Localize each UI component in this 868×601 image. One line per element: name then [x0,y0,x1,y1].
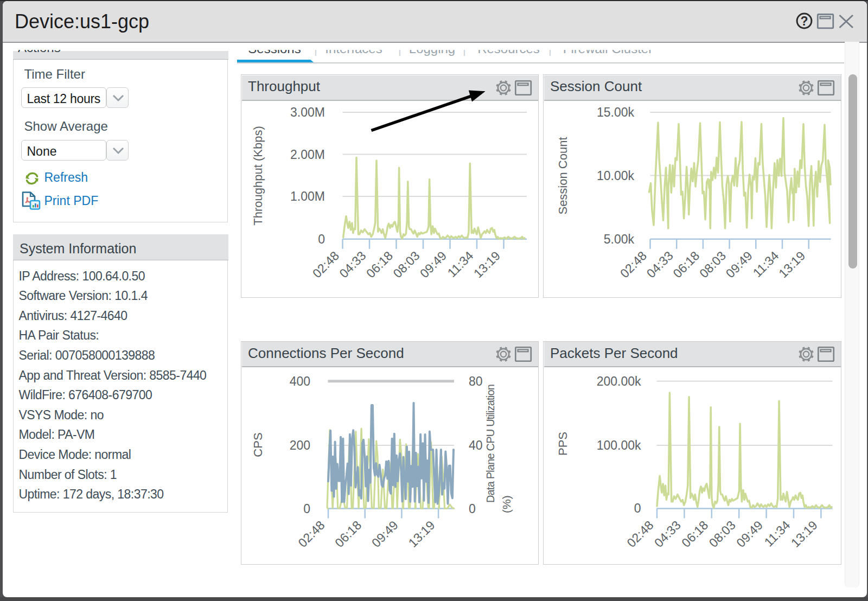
svg-text:15.00k: 15.00k [597,105,635,119]
svg-text:08:03: 08:03 [706,518,738,550]
svg-text:0: 0 [469,502,476,516]
svg-text:Throughput (Kbps): Throughput (Kbps) [251,126,265,225]
svg-text:02:48: 02:48 [617,248,649,280]
svg-text:5.00k: 5.00k [604,232,635,246]
svg-text:100.00k: 100.00k [597,438,641,452]
svg-text:13:19: 13:19 [776,248,808,280]
svg-text:13:19: 13:19 [406,518,438,550]
svg-text:08:03: 08:03 [697,248,729,280]
svg-text:13:19: 13:19 [471,248,503,280]
svg-text:200: 200 [290,438,310,452]
svg-text:2.00M: 2.00M [290,148,325,162]
svg-text:13:19: 13:19 [788,518,820,550]
svg-text:02:48: 02:48 [310,248,342,280]
svg-text:04:33: 04:33 [336,248,368,280]
svg-text:CPS: CPS [251,432,265,457]
svg-text:08:03: 08:03 [390,248,422,280]
svg-text:09:49: 09:49 [723,248,755,280]
svg-text:06:18: 06:18 [332,518,364,550]
svg-text:(%): (%) [500,495,513,513]
svg-text:Data Plane CPU Utilization: Data Plane CPU Utilization [484,385,496,503]
svg-text:11:34: 11:34 [750,248,782,280]
svg-text:80: 80 [469,374,483,388]
svg-text:06:18: 06:18 [679,518,711,550]
svg-text:PPS: PPS [556,432,570,456]
svg-text:09:49: 09:49 [417,248,449,280]
svg-text:02:48: 02:48 [295,518,327,550]
svg-text:09:49: 09:49 [369,518,401,550]
svg-text:3.00M: 3.00M [290,105,325,119]
svg-text:200.00k: 200.00k [597,374,641,388]
svg-text:02:48: 02:48 [624,518,656,550]
svg-text:09:49: 09:49 [733,518,765,550]
svg-text:04:33: 04:33 [652,518,684,550]
svg-text:11:34: 11:34 [445,248,476,280]
svg-text:40: 40 [469,438,483,452]
svg-text:11:34: 11:34 [762,518,793,549]
svg-text:0: 0 [318,232,325,246]
svg-text:0: 0 [634,501,641,515]
svg-text:06:18: 06:18 [670,248,702,280]
svg-text:04:33: 04:33 [644,248,676,280]
svg-text:06:18: 06:18 [363,248,395,280]
svg-text:10.00k: 10.00k [597,169,635,183]
svg-text:0: 0 [303,502,310,516]
svg-text:Session Count: Session Count [556,137,570,214]
svg-text:1.00M: 1.00M [290,189,325,203]
svg-text:400: 400 [290,374,310,388]
